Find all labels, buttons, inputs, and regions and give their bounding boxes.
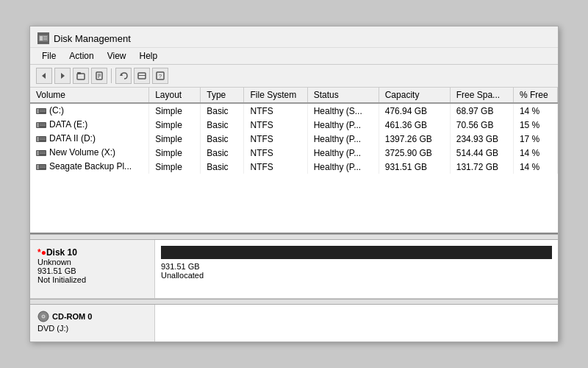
disk-view-button[interactable]: [134, 68, 150, 84]
title-bar: Disk Management: [30, 26, 558, 48]
svg-rect-34: [37, 165, 39, 169]
svg-rect-6: [77, 74, 85, 79]
properties-button[interactable]: [91, 68, 107, 84]
disk10-bar-label: 931.51 GB Unallocated: [161, 262, 552, 280]
disk10-bar-size: 931.51 GB: [161, 262, 200, 271]
cdrom-label: CD-ROM 0 DVD (J:): [30, 305, 155, 342]
svg-rect-20: [40, 111, 46, 112]
disk10-type: Unknown: [37, 258, 147, 266]
cell-layout: Simple: [149, 160, 201, 174]
col-status[interactable]: Status: [307, 88, 379, 103]
cell-layout: Simple: [149, 103, 201, 118]
col-filesystem[interactable]: File System: [244, 88, 307, 103]
svg-rect-14: [138, 75, 146, 76]
svg-rect-30: [37, 151, 39, 155]
volume-table: Volume Layout Type File System Status Ca…: [30, 88, 558, 174]
cell-free: 68.97 GB: [450, 103, 513, 118]
disk10-bar-sublabel: Unallocated: [161, 271, 204, 280]
disk10-name: Disk 10: [46, 247, 77, 258]
disk10-warning-icon: *●: [37, 247, 46, 258]
cell-capacity: 476.94 GB: [379, 103, 450, 118]
cell-pct: 17 %: [513, 132, 557, 146]
cell-layout: Simple: [149, 146, 201, 160]
content-area: Volume Layout Type File System Status Ca…: [30, 88, 558, 342]
cell-type: Basic: [201, 160, 244, 174]
cdrom-name: CD-ROM 0: [52, 312, 92, 321]
cell-free: 234.93 GB: [450, 132, 513, 146]
col-type[interactable]: Type: [201, 88, 244, 103]
cell-type: Basic: [201, 146, 244, 160]
toolbar: ?: [30, 65, 558, 88]
cdrom-section: CD-ROM 0 DVD (J:): [30, 305, 558, 342]
col-free[interactable]: Free Spa...: [450, 88, 513, 103]
volume-disk-icon: [36, 107, 46, 114]
cell-type: Basic: [201, 103, 244, 118]
cell-type: Basic: [201, 132, 244, 146]
undo-button[interactable]: [115, 68, 132, 84]
empty-table-space: [30, 174, 558, 233]
cell-status: Healthy (P...: [307, 118, 379, 132]
volume-disk-icon: [36, 121, 46, 128]
svg-rect-23: [40, 124, 46, 124]
svg-rect-3: [43, 38, 47, 40]
svg-rect-24: [40, 125, 46, 126]
help-button[interactable]: ?: [152, 68, 168, 84]
volume-disk-icon: [36, 163, 46, 170]
table-row[interactable]: New Volume (X:)SimpleBasicNTFSHealthy (P…: [30, 146, 558, 160]
cell-type: Basic: [201, 118, 244, 132]
cell-capacity: 461.36 GB: [379, 118, 450, 132]
cell-pct: 15 %: [513, 118, 557, 132]
svg-rect-31: [40, 152, 46, 152]
menu-action[interactable]: Action: [63, 49, 99, 63]
cell-status: Healthy (P...: [307, 132, 379, 146]
table-row[interactable]: DATA II (D:)SimpleBasicNTFSHealthy (P...…: [30, 132, 558, 146]
cell-layout: Simple: [149, 132, 201, 146]
table-row[interactable]: DATA (E:)SimpleBasicNTFSHealthy (P...461…: [30, 118, 558, 132]
col-pct[interactable]: % Free: [513, 88, 557, 103]
browse-button[interactable]: [73, 68, 89, 84]
col-volume[interactable]: Volume: [30, 88, 149, 103]
cell-capacity: 1397.26 GB: [379, 132, 450, 146]
cell-fs: NTFS: [244, 132, 307, 146]
menu-bar: File Action View Help: [30, 48, 558, 65]
cell-volume: DATA II (D:): [30, 132, 149, 146]
cell-status: Healthy (S...: [307, 103, 379, 118]
svg-marker-5: [61, 73, 65, 79]
toolbar-separator: [111, 68, 112, 83]
cell-free: 514.44 GB: [450, 146, 513, 160]
volume-disk-icon: [36, 135, 46, 142]
disk10-status: Not Initialized: [37, 275, 147, 284]
cell-free: 70.56 GB: [450, 118, 513, 132]
disk10-title: *●Disk 10: [37, 247, 147, 258]
cell-pct: 14 %: [513, 160, 557, 174]
menu-file[interactable]: File: [36, 49, 62, 63]
cdrom-icon: [37, 311, 49, 322]
col-capacity[interactable]: Capacity: [379, 88, 450, 103]
svg-rect-7: [77, 72, 81, 74]
svg-text:?: ?: [159, 73, 162, 79]
cell-volume: Seagate Backup Pl...: [30, 160, 149, 174]
table-row[interactable]: (C:)SimpleBasicNTFSHealthy (S...476.94 G…: [30, 103, 558, 118]
cell-volume: (C:): [30, 103, 149, 118]
cell-capacity: 931.51 GB: [379, 160, 450, 174]
section-divider: [30, 234, 558, 240]
col-layout[interactable]: Layout: [149, 88, 201, 103]
disk10-section: *●Disk 10 Unknown 931.51 GB Not Initiali…: [30, 240, 558, 299]
back-button[interactable]: [36, 68, 52, 84]
table-row[interactable]: Seagate Backup Pl...SimpleBasicNTFSHealt…: [30, 160, 558, 174]
volume-table-section: Volume Layout Type File System Status Ca…: [30, 88, 558, 234]
menu-help[interactable]: Help: [134, 49, 164, 63]
svg-rect-22: [37, 123, 39, 127]
cell-volume: New Volume (X:): [30, 146, 149, 160]
cell-status: Healthy (P...: [307, 146, 379, 160]
menu-view[interactable]: View: [101, 49, 132, 63]
cell-fs: NTFS: [244, 118, 307, 132]
table-header-row: Volume Layout Type File System Status Ca…: [30, 88, 558, 103]
cdrom-icon-area: CD-ROM 0: [37, 311, 147, 322]
forward-button[interactable]: [54, 68, 71, 84]
cell-fs: NTFS: [244, 103, 307, 118]
disk-management-window: Disk Management File Action View Help ?: [29, 26, 559, 342]
svg-rect-36: [40, 167, 46, 168]
volume-disk-icon: [36, 149, 46, 156]
svg-rect-26: [37, 137, 39, 141]
